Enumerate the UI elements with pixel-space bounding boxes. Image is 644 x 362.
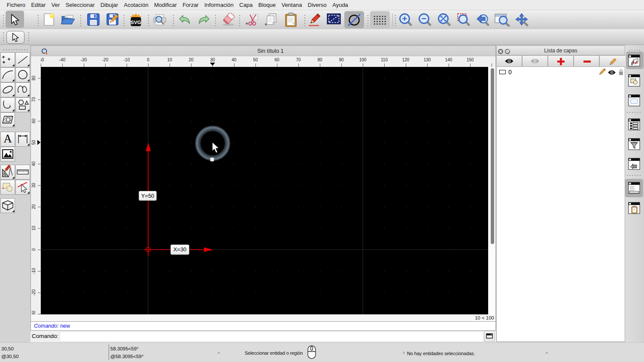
svg-text:-30: -30 [81, 57, 87, 62]
svg-text:50: 50 [253, 57, 258, 62]
svg-text:80: 80 [317, 57, 322, 62]
svg-text:-30: -30 [31, 311, 36, 314]
svg-text:50: 50 [31, 140, 36, 145]
svg-text:0: 0 [147, 57, 149, 62]
svg-text:20: 20 [188, 57, 194, 62]
svg-text:40: 40 [231, 57, 237, 62]
svg-text:70: 70 [296, 57, 301, 62]
svg-text:100: 100 [359, 57, 367, 62]
svg-text:SVG: SVG [131, 20, 141, 25]
svg-text:90: 90 [339, 57, 344, 62]
svg-text:10: 10 [31, 226, 36, 231]
svg-text:-50: -50 [41, 57, 44, 62]
svg-text:-10: -10 [124, 57, 130, 62]
svg-text:30: 30 [210, 57, 215, 62]
svg-text:20: 20 [31, 204, 36, 209]
svg-text:0: 0 [31, 248, 36, 251]
svg-text:150: 150 [467, 57, 474, 62]
svg-text:60: 60 [274, 57, 279, 62]
svg-text:-10: -10 [31, 268, 36, 274]
svg-text:140: 140 [445, 57, 453, 62]
svg-text:40: 40 [31, 161, 36, 166]
svg-text:-40: -40 [59, 57, 66, 62]
svg-text:70: 70 [31, 97, 36, 102]
svg-text:60: 60 [31, 118, 36, 124]
svg-text:80: 80 [31, 75, 36, 81]
svg-text:30: 30 [31, 183, 36, 188]
svg-text:120: 120 [402, 57, 410, 62]
svg-text:130: 130 [424, 57, 431, 62]
svg-text:110: 110 [381, 57, 388, 62]
svg-text:-20: -20 [102, 57, 109, 62]
svg-text:-20: -20 [31, 289, 36, 296]
svg-text:10: 10 [167, 57, 172, 62]
